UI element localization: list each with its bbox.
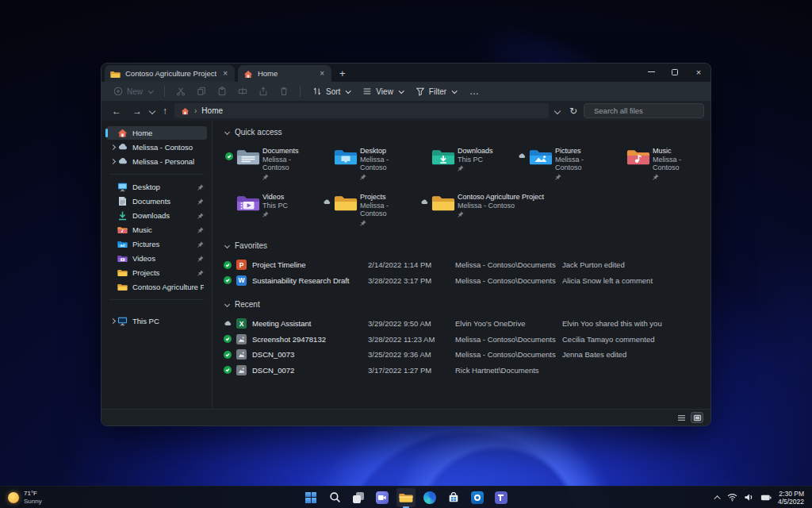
- pin-icon: [555, 174, 561, 180]
- outlook-button[interactable]: [468, 488, 487, 507]
- sidebar-item-videos[interactable]: Videos: [106, 252, 207, 265]
- search-box[interactable]: [584, 103, 704, 118]
- start-button[interactable]: [301, 488, 320, 507]
- pin-icon: [458, 165, 464, 171]
- large-icons-view-button[interactable]: [691, 413, 703, 422]
- breadcrumb[interactable]: › Home: [174, 103, 549, 118]
- sidebar-item-contoso-agriculture-project[interactable]: Contoso Agriculture Project: [106, 280, 207, 294]
- tile-desktop[interactable]: DesktopMelissa - Contoso: [320, 144, 417, 183]
- sidebar-item-home[interactable]: Home: [106, 126, 207, 140]
- image-file-icon: [236, 334, 247, 344]
- file-row-sustainability-research-draft[interactable]: W Sustainability Research Draft 3/28/202…: [222, 273, 710, 289]
- filter-button[interactable]: Filter: [410, 85, 462, 98]
- clock[interactable]: 2:30 PM 4/5/2022: [778, 490, 804, 506]
- volume-icon[interactable]: [744, 493, 754, 502]
- back-button[interactable]: ←: [108, 106, 125, 117]
- wifi-icon[interactable]: [727, 493, 737, 502]
- tab-home[interactable]: Home ×: [238, 65, 331, 82]
- see-more-button[interactable]: …: [463, 86, 486, 97]
- rename-button[interactable]: [233, 85, 252, 98]
- file-explorer-button[interactable]: [396, 488, 416, 507]
- sidebar-item-onedrive-contoso[interactable]: Melissa - Contoso: [106, 140, 207, 154]
- chevron-right-icon[interactable]: [109, 159, 115, 164]
- file-row-project-timeline[interactable]: P Project Timeline 2/14/2022 1:14 PM Mel…: [222, 257, 710, 273]
- sidebar-item-onedrive-personal[interactable]: Melissa - Personal: [106, 155, 207, 168]
- cut-icon: [176, 87, 186, 96]
- teams-button[interactable]: [492, 488, 511, 507]
- tab-close-icon[interactable]: ×: [318, 69, 326, 78]
- file-explorer-icon: [399, 491, 413, 503]
- details-view-button[interactable]: [676, 413, 687, 422]
- pin-icon: [262, 174, 269, 180]
- sidebar-item-documents[interactable]: Documents: [106, 194, 207, 208]
- close-button[interactable]: ×: [687, 64, 710, 80]
- microsoft-store-button[interactable]: [444, 488, 463, 507]
- search-input[interactable]: [594, 106, 699, 115]
- home-icon: [117, 128, 128, 138]
- sort-button[interactable]: Sort: [307, 85, 355, 98]
- rename-icon: [238, 87, 247, 96]
- refresh-button[interactable]: ↻: [566, 106, 580, 117]
- pin-icon: [197, 241, 204, 248]
- clock-date: 4/5/2022: [778, 498, 804, 506]
- pin-icon: [197, 198, 204, 205]
- file-row-dscn-0073[interactable]: DSCN_0073 3/25/2022 9:36 AM Melissa - Co…: [222, 347, 710, 363]
- tab-close-icon[interactable]: ×: [221, 69, 229, 78]
- sidebar-item-downloads[interactable]: Downloads: [106, 209, 207, 222]
- view-icon: [362, 87, 372, 96]
- address-dropdown-chevron-icon[interactable]: [554, 107, 561, 114]
- up-button[interactable]: ↑: [159, 106, 171, 117]
- chevron-down-icon: [224, 129, 230, 134]
- videos-folder-icon: [236, 193, 260, 212]
- sidebar-item-projects[interactable]: Projects: [106, 266, 207, 279]
- paste-button[interactable]: [213, 85, 232, 98]
- tile-documents[interactable]: DocumentsMelissa - Contoso: [222, 144, 320, 183]
- cut-button[interactable]: [171, 85, 190, 98]
- taskbar-search-button[interactable]: [325, 488, 344, 507]
- sidebar-item-pictures[interactable]: Pictures: [106, 237, 207, 251]
- forward-button[interactable]: →: [128, 106, 146, 117]
- maximize-button[interactable]: [663, 64, 687, 80]
- section-header-quick-access[interactable]: Quick access: [225, 125, 710, 138]
- file-row-dscn-0072[interactable]: DSCN_0072 3/17/2022 1:27 PM Rick Hartnet…: [222, 363, 710, 379]
- hidden-icons-chevron-icon[interactable]: [714, 495, 720, 502]
- tile-pictures[interactable]: PicturesMelissa - Contoso: [515, 144, 612, 183]
- section-header-recent[interactable]: Recent: [225, 298, 710, 310]
- sidebar-divider: [109, 174, 204, 175]
- delete-button[interactable]: [274, 85, 293, 98]
- tile-videos[interactable]: VideosThis PC: [222, 190, 320, 229]
- weather-widget[interactable]: 71°F Sunny: [0, 487, 50, 508]
- sidebar-divider: [109, 299, 204, 300]
- view-button[interactable]: View: [357, 85, 408, 98]
- new-button[interactable]: New: [108, 85, 158, 98]
- chevron-right-icon[interactable]: [109, 318, 115, 324]
- file-row-screenshot-29478132[interactable]: Screenshot 29478132 3/28/2022 11:23 AM M…: [222, 332, 710, 348]
- sidebar-item-this-pc[interactable]: This PC: [106, 314, 207, 328]
- minimize-button[interactable]: [639, 64, 663, 80]
- share-button[interactable]: [254, 85, 273, 98]
- this-pc-icon: [117, 316, 128, 326]
- tile-downloads[interactable]: DownloadsThis PC: [417, 144, 515, 183]
- copy-button[interactable]: [192, 85, 211, 98]
- battery-icon[interactable]: [760, 494, 772, 502]
- pictures-folder-icon: [529, 147, 553, 166]
- cloud-badge-icon: [224, 320, 232, 328]
- chat-button[interactable]: [373, 488, 392, 507]
- new-tab-button[interactable]: +: [331, 66, 354, 82]
- sidebar-item-desktop[interactable]: Desktop: [106, 180, 207, 194]
- section-header-favorites[interactable]: Favorites: [225, 239, 710, 252]
- edge-button[interactable]: [420, 488, 439, 507]
- breadcrumb-item-home[interactable]: Home: [201, 106, 223, 115]
- sidebar-item-music[interactable]: Music: [106, 223, 207, 237]
- tile-music[interactable]: MusicMelissa - Contoso: [612, 144, 710, 183]
- file-row-meeting-assistant[interactable]: X Meeting Assistant 3/29/2022 9:50 AM El…: [222, 316, 710, 332]
- chevron-right-icon[interactable]: [109, 144, 115, 150]
- recent-locations-chevron-icon[interactable]: [149, 107, 155, 114]
- tile-projects[interactable]: ProjectsMelissa - Contoso: [320, 190, 417, 229]
- folder-icon: [117, 267, 128, 278]
- recent-list: X Meeting Assistant 3/29/2022 9:50 AM El…: [222, 316, 710, 378]
- favorites-list: P Project Timeline 2/14/2022 1:14 PM Mel…: [222, 257, 710, 288]
- tab-contoso-agriculture-project[interactable]: Contoso Agriculture Project ×: [105, 65, 235, 82]
- tile-contoso-agriculture-project[interactable]: Contoso Agriculture ProjectMelissa - Con…: [417, 190, 612, 229]
- task-view-button[interactable]: [349, 488, 368, 507]
